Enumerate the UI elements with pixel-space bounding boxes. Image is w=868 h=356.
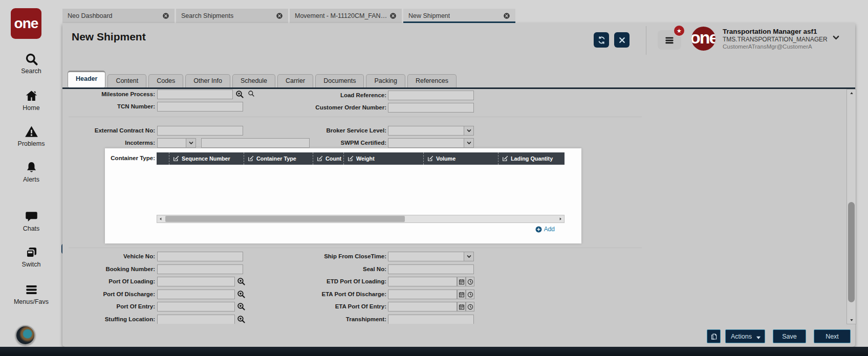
- sidebar-item-search[interactable]: Search: [0, 52, 62, 75]
- column-header-volume[interactable]: Volume: [423, 152, 498, 165]
- document-report-button[interactable]: [707, 329, 721, 343]
- menu-icon: [25, 283, 38, 297]
- tab-close-icon[interactable]: [389, 12, 397, 19]
- tab-content[interactable]: Content: [107, 74, 146, 87]
- scroll-right-arrow[interactable]: [557, 215, 564, 222]
- scroll-left-arrow[interactable]: [157, 215, 164, 222]
- workspace-tab-neo-dashboard[interactable]: Neo Dashboard: [62, 9, 175, 23]
- ship-from-closetime-label: Ship From CloseTime:: [283, 253, 386, 259]
- sidebar-item-menus-favs[interactable]: Menus/Favs: [0, 283, 62, 305]
- bottom-strip: [0, 347, 868, 356]
- search-lookup-icon[interactable]: [248, 90, 255, 97]
- customer-order-number-input[interactable]: [388, 103, 474, 113]
- refresh-button[interactable]: [594, 32, 609, 48]
- zoom-lookup-icon[interactable]: [237, 302, 246, 311]
- eta-port-of-discharge-input[interactable]: [388, 290, 457, 299]
- vertical-scroll-thumb[interactable]: [848, 202, 855, 302]
- clock-icon[interactable]: [466, 290, 474, 299]
- column-header-container-type[interactable]: Container Type: [244, 152, 313, 165]
- page-title: New Shipment: [72, 31, 146, 43]
- swpm-certified-select[interactable]: [388, 138, 474, 148]
- sidebar: one SearchHomeProblemsAlertsChats⇄Switch…: [0, 0, 62, 347]
- vehicle-no-input[interactable]: [157, 252, 243, 261]
- tab-codes[interactable]: Codes: [148, 74, 183, 87]
- vertical-scrollbar[interactable]: [847, 89, 856, 324]
- column-header-weight[interactable]: Weight: [343, 152, 423, 165]
- stuffing-location-input[interactable]: [157, 315, 235, 324]
- user-info: Transportation Manager asf1 TMS.TRANSPOR…: [723, 28, 835, 50]
- tab-references[interactable]: References: [407, 74, 457, 87]
- tab-documents[interactable]: Documents: [315, 74, 364, 87]
- etd-port-of-loading-input[interactable]: [388, 277, 457, 286]
- table-prefix-cell: [157, 152, 169, 165]
- port-of-entry-input[interactable]: [157, 302, 235, 312]
- broker-service-level-label: Broker Service Level:: [283, 127, 386, 134]
- edit-icon: [502, 155, 508, 162]
- caret-down-icon: [755, 334, 760, 339]
- clock-icon[interactable]: [466, 277, 474, 286]
- zoom-lookup-icon[interactable]: [235, 90, 244, 99]
- seal-no-input[interactable]: [388, 264, 474, 274]
- load-reference-input[interactable]: [388, 91, 474, 100]
- transhipment-input[interactable]: [388, 315, 474, 324]
- tab-packing[interactable]: Packing: [366, 74, 405, 87]
- port-of-loading-input[interactable]: [157, 277, 235, 286]
- column-header-count[interactable]: Count: [313, 152, 343, 165]
- next-button[interactable]: Next: [814, 329, 851, 343]
- sidebar-item-alerts[interactable]: Alerts: [0, 161, 62, 183]
- horizontal-scroll-thumb[interactable]: [165, 216, 405, 222]
- port-of-discharge-input[interactable]: [157, 290, 235, 299]
- save-button[interactable]: Save: [773, 329, 806, 343]
- incoterms-select[interactable]: [157, 138, 196, 148]
- eta-port-of-entry-label: ETA Port Of Entry:: [283, 303, 386, 309]
- horizontal-scrollbar[interactable]: [157, 215, 565, 223]
- column-header-sequence-number[interactable]: Sequence Number: [169, 152, 244, 165]
- zoom-lookup-icon[interactable]: [237, 290, 246, 299]
- home-icon: [25, 89, 38, 103]
- sidebar-item-home[interactable]: Home: [0, 89, 62, 112]
- calendar-icon[interactable]: [457, 290, 466, 299]
- tab-header[interactable]: Header: [68, 71, 105, 87]
- user-name: Transportation Manager asf1: [723, 28, 835, 35]
- workspace-tab-movement-m-11120cm-fan-in[interactable]: Movement - M-11120CM_FAN_IN...: [290, 9, 402, 23]
- tab-schedule[interactable]: Schedule: [232, 74, 275, 87]
- workspace-tab-new-shipment[interactable]: New Shipment: [403, 9, 515, 23]
- close-screen-button[interactable]: [614, 32, 630, 48]
- external-contract-no-input[interactable]: [157, 126, 243, 136]
- milestone-process-input[interactable]: [157, 90, 233, 99]
- user-avatar[interactable]: one: [691, 27, 715, 51]
- form-tab-bar: HeaderContentCodesOther InfoScheduleCarr…: [68, 74, 457, 87]
- column-header-label: Count: [326, 155, 341, 162]
- tcn-number-input[interactable]: [157, 102, 243, 112]
- column-header-label: Weight: [356, 155, 375, 162]
- tab-carrier[interactable]: Carrier: [277, 74, 313, 87]
- one-logo[interactable]: one: [11, 8, 41, 39]
- swpm-certified-label: SWPM Certified:: [283, 140, 386, 146]
- zoom-lookup-icon[interactable]: [237, 277, 246, 286]
- sidebar-item-chats[interactable]: Chats: [0, 210, 62, 232]
- workspace-tab-search-shipments[interactable]: Search Shipments: [176, 9, 288, 23]
- app-root: Neo DashboardSearch ShipmentsMovement - …: [0, 0, 868, 356]
- sidebar-item-switch[interactable]: ⇄Switch: [0, 246, 62, 268]
- sidebar-item-problems[interactable]: Problems: [0, 125, 62, 147]
- zoom-lookup-icon[interactable]: [237, 315, 246, 324]
- close-icon: [618, 36, 626, 44]
- column-header-lading-quantity[interactable]: Lading Quantity: [498, 152, 565, 165]
- tab-close-icon[interactable]: [276, 12, 283, 19]
- add-container-row-button[interactable]: Add: [535, 226, 555, 233]
- scroll-up-arrow[interactable]: [847, 90, 856, 97]
- clock-icon[interactable]: [466, 302, 474, 312]
- booking-number-input[interactable]: [157, 264, 243, 274]
- actions-button[interactable]: Actions: [725, 329, 765, 343]
- tab-close-icon[interactable]: [503, 12, 510, 19]
- user-menu-chevron[interactable]: [832, 33, 840, 42]
- broker-service-level-select[interactable]: [388, 126, 474, 136]
- neo-assistant-avatar[interactable]: [15, 325, 35, 345]
- eta-port-of-entry-input[interactable]: [388, 302, 457, 312]
- tab-other-info[interactable]: Other Info: [185, 74, 230, 87]
- tab-close-icon[interactable]: [162, 12, 169, 19]
- ship-from-closetime-select[interactable]: [388, 252, 474, 261]
- calendar-icon[interactable]: [457, 277, 466, 286]
- calendar-icon[interactable]: [457, 302, 466, 312]
- scroll-down-arrow[interactable]: [847, 317, 856, 324]
